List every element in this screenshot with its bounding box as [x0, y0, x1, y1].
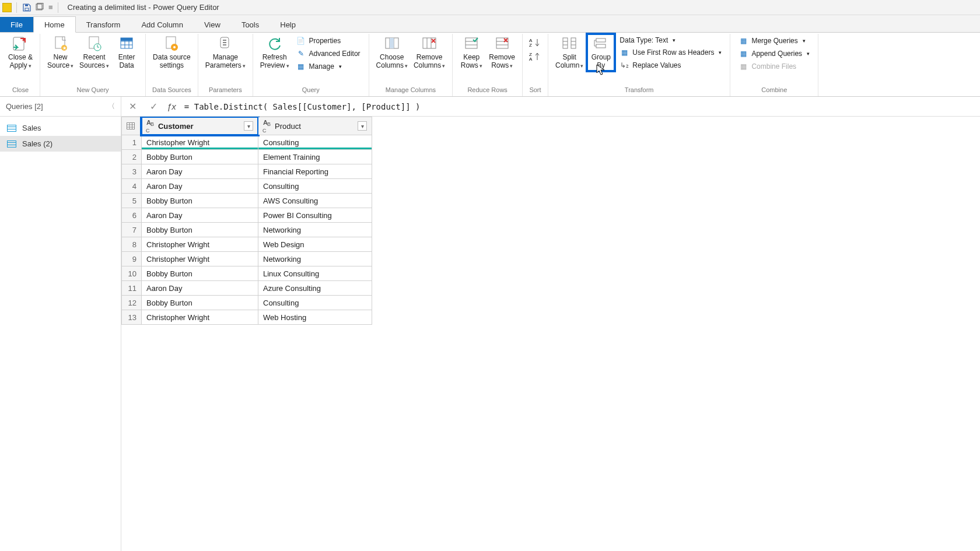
cell-customer[interactable]: Aaron Day [142, 179, 258, 194]
cell-customer[interactable]: Aaron Day [142, 208, 258, 223]
table-row[interactable]: 6Aaron DayPower BI Consulting [122, 208, 372, 223]
recent-sources-button[interactable]: Recent Sources [77, 34, 111, 71]
column-filter-dropdown[interactable]: ▾ [358, 121, 367, 131]
manage-parameters-button[interactable]: Manage Parameters [203, 34, 248, 71]
cell-customer[interactable]: Bobby Burton [142, 266, 258, 281]
cell-customer[interactable]: Bobby Burton [142, 296, 258, 310]
close-apply-button[interactable]: Close & Apply [6, 34, 35, 71]
new-source-button[interactable]: ★ New Source [45, 34, 76, 71]
tab-home[interactable]: Home [33, 16, 76, 33]
tab-tools[interactable]: Tools [231, 17, 270, 32]
cell-product[interactable]: Networking [258, 223, 372, 237]
fx-label[interactable]: ƒx [167, 101, 178, 111]
cell-customer[interactable]: Bobby Burton [142, 150, 258, 164]
svg-rect-32 [127, 123, 135, 129]
cell-product[interactable]: Azure Consulting [258, 281, 372, 296]
table-row[interactable]: 7Bobby BurtonNetworking [122, 223, 372, 237]
svg-rect-11 [121, 38, 132, 41]
svg-rect-21 [423, 38, 436, 48]
table-row[interactable]: 11Aaron DayAzure Consulting [122, 281, 372, 296]
cell-customer[interactable]: Christopher Wright [142, 135, 258, 150]
tab-file[interactable]: File [0, 17, 33, 32]
queries-header[interactable]: Queries [2] 〈 [0, 97, 121, 116]
table-row[interactable]: 2Bobby BurtonElement Training [122, 150, 372, 164]
cell-product[interactable]: Web Hosting [258, 310, 372, 325]
refresh-preview-button[interactable]: Refresh Preview [258, 34, 292, 71]
column-header-product[interactable]: ABC Product ▾ [258, 117, 372, 135]
cell-product[interactable]: Consulting [258, 135, 372, 150]
cell-product[interactable]: Element Training [258, 150, 372, 164]
cell-product[interactable]: AWS Consulting [258, 194, 372, 208]
remove-rows-button[interactable]: Remove Rows [487, 34, 517, 71]
cancel-formula-button[interactable]: ✕ [125, 99, 140, 114]
cell-product[interactable]: Power BI Consulting [258, 208, 372, 223]
cell-product[interactable]: Linux Consulting [258, 266, 372, 281]
table-corner-button[interactable] [122, 117, 142, 135]
formula-input[interactable]: = Table.Distinct( Sales[[Customer], [Pro… [184, 102, 977, 111]
query-item-sales[interactable]: Sales [0, 120, 121, 136]
column-header-customer[interactable]: ABC Customer ▾ [142, 117, 258, 135]
replace-values-button[interactable]: ↳₂Replace Values [616, 59, 684, 71]
column-filter-dropdown[interactable]: ▾ [244, 121, 253, 131]
choose-columns-button[interactable]: Choose Columns [374, 34, 410, 71]
sort-asc-button[interactable]: AZ [529, 37, 541, 48]
combine-files-button[interactable]: ▦Combine Files [735, 61, 800, 72]
append-queries-button[interactable]: ▦Append Queries▾ [735, 48, 813, 59]
cell-product[interactable]: Web Design [258, 237, 372, 252]
sort-desc-button[interactable]: ZA [529, 51, 541, 62]
cell-product[interactable]: Consulting [258, 296, 372, 310]
quick-access-dropdown-icon[interactable] [34, 2, 45, 13]
cell-product[interactable]: Consulting [258, 179, 372, 194]
row-number: 9 [122, 252, 142, 266]
commit-formula-button[interactable]: ✓ [146, 99, 161, 114]
keep-rows-button[interactable]: Keep Rows [457, 34, 485, 71]
svg-rect-31 [596, 44, 606, 48]
tab-add-column[interactable]: Add Column [131, 17, 194, 32]
first-row-headers-button[interactable]: ▦Use First Row as Headers▾ [616, 47, 725, 58]
split-column-button[interactable]: Split Column [553, 34, 586, 71]
group-by-button[interactable]: Group By [587, 34, 615, 71]
svg-text:A: A [529, 57, 533, 62]
collapse-pane-icon[interactable]: 〈 [108, 101, 115, 111]
tab-view[interactable]: View [194, 17, 231, 32]
properties-button[interactable]: 📄Properties [293, 35, 345, 47]
data-source-settings-button[interactable]: Data source settings [150, 34, 193, 71]
table-row[interactable]: 5Bobby BurtonAWS Consulting [122, 194, 372, 208]
manage-query-button[interactable]: ▦Manage▾ [293, 61, 345, 72]
table-row[interactable]: 1Christopher WrightConsulting [122, 135, 372, 150]
advanced-editor-button[interactable]: ✎Advanced Editor [293, 48, 364, 59]
cell-customer[interactable]: Bobby Burton [142, 194, 258, 208]
data-type-button[interactable]: Data Type: Text▾ [616, 35, 679, 45]
table-row[interactable]: 12Bobby BurtonConsulting [122, 296, 372, 310]
cell-customer[interactable]: Aaron Day [142, 281, 258, 296]
row-number: 3 [122, 164, 142, 179]
cell-product[interactable]: Financial Reporting [258, 164, 372, 179]
cell-customer[interactable]: Bobby Burton [142, 223, 258, 237]
save-icon[interactable] [22, 2, 32, 13]
table-row[interactable]: 9Christopher WrightNetworking [122, 252, 372, 266]
group-by-icon [591, 35, 611, 52]
ribbon-group-data-sources: Data source settings Data Sources [146, 34, 198, 96]
tab-help[interactable]: Help [270, 17, 306, 32]
row-number: 4 [122, 179, 142, 194]
table-row[interactable]: 10Bobby BurtonLinux Consulting [122, 266, 372, 281]
enter-data-button[interactable]: Enter Data [113, 34, 141, 71]
merge-queries-button[interactable]: ▦Merge Queries▾ [735, 35, 808, 47]
table-row[interactable]: 13Christopher WrightWeb Hosting [122, 310, 372, 325]
cell-product[interactable]: Networking [258, 252, 372, 266]
cell-customer[interactable]: Aaron Day [142, 164, 258, 179]
remove-columns-button[interactable]: Remove Columns [411, 34, 447, 71]
refresh-icon [265, 35, 285, 52]
table-header-icon: ▦ [620, 48, 629, 57]
cell-customer[interactable]: Christopher Wright [142, 310, 258, 325]
cell-customer[interactable]: Christopher Wright [142, 252, 258, 266]
group-label-close: Close [6, 85, 35, 95]
query-item-sales-2[interactable]: Sales (2) [0, 136, 121, 152]
table-row[interactable]: 4Aaron DayConsulting [122, 179, 372, 194]
cell-customer[interactable]: Christopher Wright [142, 237, 258, 252]
table-row[interactable]: 8Christopher WrightWeb Design [122, 237, 372, 252]
formula-area: Queries [2] 〈 ✕ ✓ ƒx = Table.Distinct( S… [0, 97, 980, 117]
table-row[interactable]: 3Aaron DayFinancial Reporting [122, 164, 372, 179]
preview-table: ABC Customer ▾ ABC Product ▾ 1Christ [121, 117, 372, 325]
tab-transform[interactable]: Transform [76, 17, 131, 32]
